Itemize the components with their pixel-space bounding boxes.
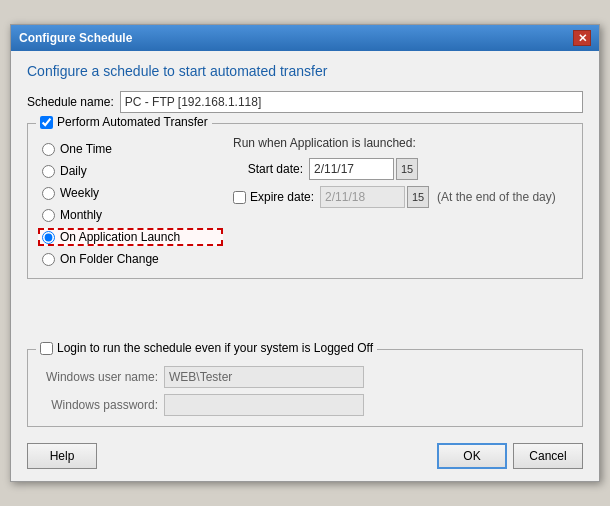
- start-date-wrapper: 15: [309, 158, 418, 180]
- expire-date-label: Expire date:: [250, 190, 314, 204]
- ok-button[interactable]: OK: [437, 443, 507, 469]
- end-of-day-label: (At the end of the day): [437, 190, 556, 204]
- radio-monthly-input[interactable]: [42, 209, 55, 222]
- close-button[interactable]: ✕: [573, 30, 591, 46]
- start-date-calendar-button[interactable]: 15: [396, 158, 418, 180]
- start-date-row: Start date: 15: [233, 158, 572, 180]
- automated-transfer-group: Perform Automated Transfer One Time Dail…: [27, 123, 583, 279]
- radio-one-time-label: One Time: [60, 142, 112, 156]
- login-legend-label: Login to run the schedule even if your s…: [57, 341, 373, 355]
- radio-daily[interactable]: Daily: [38, 162, 223, 180]
- expire-date-row: Expire date: 15 (At the end of the day): [233, 186, 572, 208]
- radio-weekly[interactable]: Weekly: [38, 184, 223, 202]
- button-row: Help OK Cancel: [27, 439, 583, 471]
- radio-app-launch[interactable]: On Application Launch: [38, 228, 223, 246]
- start-date-label: Start date:: [233, 162, 303, 176]
- login-group: Login to run the schedule even if your s…: [27, 349, 583, 427]
- radio-monthly[interactable]: Monthly: [38, 206, 223, 224]
- login-legend: Login to run the schedule even if your s…: [36, 341, 377, 355]
- windows-username-label: Windows user name:: [38, 370, 158, 384]
- spacer: [27, 289, 583, 349]
- run-when-label: Run when Application is launched:: [233, 136, 572, 150]
- schedule-name-row: Schedule name:: [27, 91, 583, 113]
- right-panel: Run when Application is launched: Start …: [223, 136, 572, 268]
- group-content: One Time Daily Weekly Monthly: [38, 136, 572, 268]
- left-panel: One Time Daily Weekly Monthly: [38, 136, 223, 268]
- expire-date-wrapper: 15: [320, 186, 429, 208]
- radio-folder-change-label: On Folder Change: [60, 252, 159, 266]
- radio-app-launch-label: On Application Launch: [60, 230, 180, 244]
- title-bar-text: Configure Schedule: [19, 31, 132, 45]
- automated-transfer-checkbox[interactable]: [40, 116, 53, 129]
- title-bar: Configure Schedule ✕: [11, 25, 599, 51]
- dialog-title: Configure a schedule to start automated …: [27, 63, 583, 79]
- dialog-body: Configure a schedule to start automated …: [11, 51, 599, 481]
- schedule-name-label: Schedule name:: [27, 95, 114, 109]
- radio-daily-label: Daily: [60, 164, 87, 178]
- expire-date-input: [320, 186, 405, 208]
- help-button[interactable]: Help: [27, 443, 97, 469]
- radio-weekly-label: Weekly: [60, 186, 99, 200]
- radio-folder-change[interactable]: On Folder Change: [38, 250, 223, 268]
- windows-password-input: [164, 394, 364, 416]
- login-fields: Windows user name: Windows password:: [38, 366, 572, 416]
- windows-username-row: Windows user name:: [38, 366, 572, 388]
- radio-weekly-input[interactable]: [42, 187, 55, 200]
- configure-schedule-dialog: Configure Schedule ✕ Configure a schedul…: [10, 24, 600, 482]
- radio-daily-input[interactable]: [42, 165, 55, 178]
- expire-date-calendar-button[interactable]: 15: [407, 186, 429, 208]
- windows-username-input: [164, 366, 364, 388]
- radio-one-time[interactable]: One Time: [38, 140, 223, 158]
- radio-monthly-label: Monthly: [60, 208, 102, 222]
- ok-cancel-group: OK Cancel: [437, 443, 583, 469]
- windows-password-label: Windows password:: [38, 398, 158, 412]
- automated-transfer-legend: Perform Automated Transfer: [36, 115, 212, 129]
- schedule-name-input[interactable]: [120, 91, 583, 113]
- radio-folder-change-input[interactable]: [42, 253, 55, 266]
- expire-date-checkbox[interactable]: [233, 191, 246, 204]
- login-checkbox[interactable]: [40, 342, 53, 355]
- start-date-input[interactable]: [309, 158, 394, 180]
- automated-transfer-label: Perform Automated Transfer: [57, 115, 208, 129]
- windows-password-row: Windows password:: [38, 394, 572, 416]
- radio-app-launch-input[interactable]: [42, 231, 55, 244]
- radio-one-time-input[interactable]: [42, 143, 55, 156]
- cancel-button[interactable]: Cancel: [513, 443, 583, 469]
